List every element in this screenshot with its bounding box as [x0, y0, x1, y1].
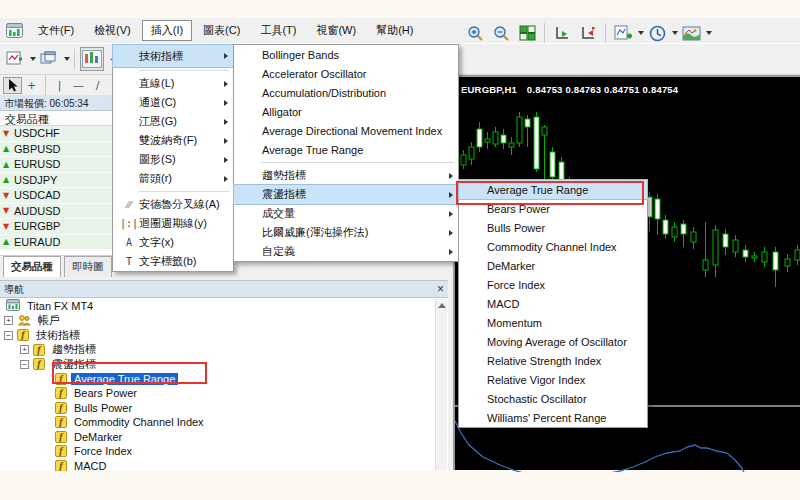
menu-item-label: 迴圈週期線(y) [139, 216, 233, 231]
cursor-icon[interactable] [3, 77, 22, 94]
market-watch-symbol-row[interactable]: ▼AUDUSD [0, 204, 112, 220]
close-icon[interactable]: × [437, 281, 444, 297]
dropdown-arrow-icon[interactable] [672, 31, 678, 35]
dropdown-arrow-icon[interactable] [638, 31, 644, 35]
menu-item--[interactable]: 趨勢指標 [234, 166, 458, 185]
timeframes-icon[interactable] [645, 21, 669, 45]
crosshair-icon[interactable]: + [22, 77, 41, 94]
tree-item[interactable]: fMACD [0, 459, 436, 472]
market-watch-symbol-row[interactable]: ▼EURGBP [0, 219, 112, 235]
menu-item-average-directional-movement-index[interactable]: Average Directional Movement Index [234, 121, 458, 140]
menu-item-stochastic-oscillator[interactable]: Stochastic Oscillator [459, 389, 647, 408]
market-watch-symbol-row[interactable]: ▲GBPUSD [0, 142, 112, 158]
menu-item-williams-percent-range[interactable]: Williams' Percent Range [459, 408, 647, 427]
menu-item-momentum[interactable]: Momentum [459, 313, 647, 332]
menu-item--c-[interactable]: 通道(C) [113, 93, 233, 112]
templates-icon[interactable] [679, 21, 703, 45]
menubar-item[interactable]: 視窗(W) [307, 20, 365, 41]
dropdown-arrow-icon[interactable] [30, 57, 36, 61]
auto-scroll-icon[interactable] [550, 21, 574, 45]
tile-windows-icon[interactable] [515, 21, 539, 45]
menubar-item[interactable]: 文件(F) [29, 20, 83, 41]
tree-item[interactable]: Titan FX MT4 [0, 299, 436, 314]
collapse-minus-icon[interactable]: − [20, 360, 29, 369]
market-watch-symbol-row[interactable]: ▼USDCHF [0, 126, 112, 142]
zoom-in-icon[interactable] [463, 21, 487, 45]
menu-item-alligator[interactable]: Alligator [234, 102, 458, 121]
menubar-item[interactable]: 幫助(H) [367, 20, 422, 41]
trendline-icon[interactable]: / [88, 77, 107, 94]
dropdown-arrow-icon[interactable] [706, 31, 712, 35]
market-watch-toggle-icon[interactable] [80, 47, 104, 71]
collapse-minus-icon[interactable]: − [4, 331, 13, 340]
menu-item-demarker[interactable]: DeMarker [459, 256, 647, 275]
menu-item-label: 比爾威廉(渾沌操作法) [244, 225, 449, 240]
menu-item--g-[interactable]: 江恩(G) [113, 112, 233, 131]
menu-item--[interactable]: 技術指標 [113, 45, 233, 67]
symbol-column-header[interactable]: 交易品種 [0, 111, 112, 126]
market-watch-symbol-row[interactable]: ▲EURUSD [0, 157, 112, 173]
chart-shift-icon[interactable] [576, 21, 600, 45]
navigator-scrollbar[interactable] [435, 299, 447, 470]
menu-item-label: Average Directional Movement Index [244, 125, 458, 137]
tab-tick-chart[interactable]: 即時圖 [64, 256, 112, 277]
menu-item-accumulation-distribution[interactable]: Accumulation/Distribution [234, 83, 458, 102]
market-watch-symbol-row[interactable]: ▼USDCAD [0, 188, 112, 204]
menu-item-average-true-range[interactable]: Average True Range [459, 180, 647, 199]
tree-item[interactable]: fBears Power [0, 386, 436, 401]
tree-item[interactable]: fBulls Power [0, 401, 436, 416]
menu-item-bears-power[interactable]: Bears Power [459, 199, 647, 218]
dropdown-arrow-icon[interactable] [64, 57, 70, 61]
new-chart-icon[interactable] [3, 47, 27, 71]
menu-item-accelerator-oscillator[interactable]: Accelerator Oscillator [234, 64, 458, 83]
menu-item-label: MACD [469, 298, 647, 310]
indicators-add-icon[interactable] [611, 21, 635, 45]
menu-item-bulls-power[interactable]: Bulls Power [459, 218, 647, 237]
menu-item--x-[interactable]: A文字(x) [113, 233, 233, 252]
menu-item-average-true-range[interactable]: Average True Range [234, 140, 458, 159]
menu-item--a-[interactable]: ⁄⁄⁄安德魯分叉線(A) [113, 195, 233, 214]
menu-item--[interactable]: 震盪指標 [234, 185, 458, 204]
tree-item[interactable]: +帳戶 [0, 314, 436, 329]
menu-item--[interactable]: 自定義 [234, 242, 458, 261]
menu-item--f-[interactable]: 雙波納奇(F) [113, 131, 233, 150]
menu-item--l-[interactable]: 直線(L) [113, 74, 233, 93]
menu-item-relative-strength-index[interactable]: Relative Strength Index [459, 351, 647, 370]
tab-symbols[interactable]: 交易品種 [3, 256, 61, 277]
tree-item[interactable]: +f趨勢指標 [0, 343, 436, 358]
market-watch-symbol-row[interactable]: ▲EURAUD [0, 235, 112, 251]
menu-item-relative-vigor-index[interactable]: Relative Vigor Index [459, 370, 647, 389]
tree-item[interactable]: fForce Index [0, 444, 436, 459]
menu-item-label: Accelerator Oscillator [244, 68, 458, 80]
scroll-up-icon[interactable] [438, 303, 446, 308]
tree-item[interactable]: fAverage True Range [0, 372, 436, 387]
pitchfork-icon: ⁄⁄⁄ [119, 199, 139, 210]
menubar-item[interactable]: 工具(T) [251, 20, 305, 41]
horizontal-line-icon[interactable]: — [69, 77, 88, 94]
menu-item-bollinger-bands[interactable]: Bollinger Bands [234, 45, 458, 64]
zoom-out-icon[interactable] [489, 21, 513, 45]
tree-item[interactable]: −f震盪指標 [0, 357, 436, 372]
menu-item--s-[interactable]: 圖形(S) [113, 150, 233, 169]
vertical-line-icon[interactable]: | [50, 77, 69, 94]
menu-item-force-index[interactable]: Force Index [459, 275, 647, 294]
menu-item-moving-average-of-oscillator[interactable]: Moving Average of Oscillator [459, 332, 647, 351]
profiles-icon[interactable] [37, 47, 61, 71]
market-watch-symbol-row[interactable]: ▲USDJPY [0, 173, 112, 189]
expand-plus-icon[interactable]: + [20, 345, 29, 354]
tree-item[interactable]: fDeMarker [0, 430, 436, 445]
menubar-item[interactable]: 圖表(C) [194, 20, 249, 41]
menu-item-macd[interactable]: MACD [459, 294, 647, 313]
menu-item--[interactable]: 比爾威廉(渾沌操作法) [234, 223, 458, 242]
menu-item--[interactable]: 成交量 [234, 204, 458, 223]
tree-item[interactable]: fCommodity Channel Index [0, 415, 436, 430]
menubar-item[interactable]: 插入(I) [142, 20, 192, 41]
menu-item-commodity-channel-index[interactable]: Commodity Channel Index [459, 237, 647, 256]
symbol-name: USDCAD [14, 189, 60, 201]
menu-item--y-[interactable]: |:|迴圈週期線(y) [113, 214, 233, 233]
menubar-item[interactable]: 檢視(V) [85, 20, 140, 41]
menu-item--b-[interactable]: T文字標籤(b) [113, 252, 233, 271]
menu-item--r-[interactable]: 箭頭(r) [113, 169, 233, 188]
expand-plus-icon[interactable]: + [4, 316, 13, 325]
tree-item[interactable]: −f技術指標 [0, 328, 436, 343]
